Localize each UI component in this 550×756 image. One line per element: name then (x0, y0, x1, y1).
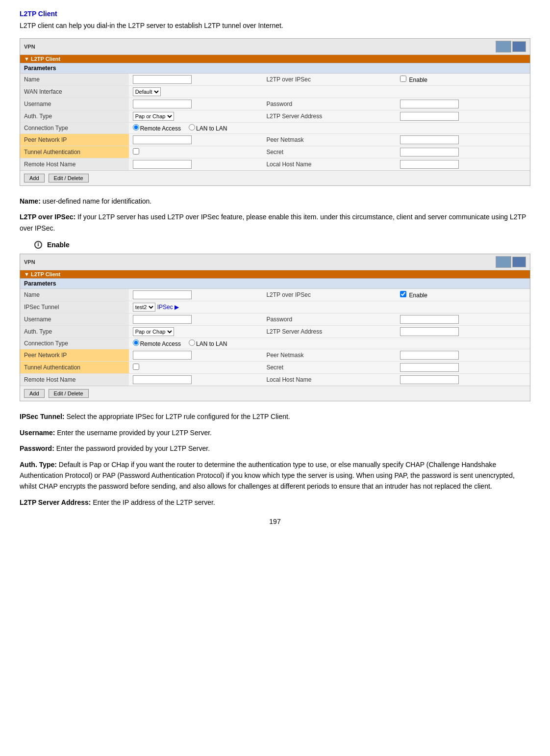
edit-delete-button-1[interactable]: Edit / Delete (49, 174, 89, 182)
l2tp-server-desc: L2TP Server Address: Enter the IP addres… (20, 497, 530, 508)
remote-access-radio-2[interactable] (133, 339, 139, 346)
conn-type-radio-group: Remote Access LAN to LAN (133, 124, 259, 132)
l2tp-ipsec-cell-2: Enable (396, 289, 530, 301)
l2tp-server-cell (396, 110, 530, 123)
lan-to-lan-radio[interactable] (189, 124, 195, 130)
auth-type-desc: Auth. Type: Default is Pap or CHap if yo… (20, 459, 530, 492)
ipsec-tunnel-desc: IPSec Tunnel: Select the appropriate IPS… (20, 411, 530, 422)
tunnel-auth-checkbox-2[interactable] (133, 364, 139, 370)
enable-label-text: Enable (47, 241, 70, 249)
tunnel-auth-checkbox[interactable] (133, 148, 139, 155)
peer-netmask-label-2: Peer Netmask (262, 349, 396, 362)
auth-type-desc-text: Default is Pap or CHap if you want the r… (20, 461, 515, 491)
wan-select[interactable]: Default (133, 87, 161, 96)
table-row: Auth. Type Pap or Chap L2TP Server Addre… (20, 110, 530, 123)
remote-access-option-2[interactable]: Remote Access (133, 339, 181, 347)
table-row: IPSec Tunnel test2 IPSec ▶ (20, 301, 530, 313)
password-cell-2 (396, 313, 530, 326)
conn-type-radio-group-2: Remote Access LAN to LAN (133, 339, 259, 347)
username-label: Username (20, 98, 129, 110)
secret-input[interactable] (400, 148, 459, 156)
auth-type-select[interactable]: Pap or Chap (133, 112, 174, 121)
remote-access-option[interactable]: Remote Access (133, 124, 181, 132)
password-desc-label: Password: (20, 444, 54, 452)
btn-row-2: Add Edit / Delete (20, 386, 530, 401)
peer-netmask-input[interactable] (400, 135, 459, 144)
name-input[interactable] (133, 75, 192, 84)
name-desc: Name: user-defined name for identificati… (20, 196, 530, 207)
password-label: Password (262, 98, 396, 110)
peer-network-label-2: Peer Network IP (20, 349, 129, 362)
table-row: WAN Interface Default (20, 86, 530, 98)
table-row: Connection Type Remote Access LAN to LAN (20, 123, 530, 134)
form-table-1: Name L2TP over IPSec Enable WAN Interfac… (20, 74, 530, 170)
monitor-icon (496, 41, 511, 52)
secret-input-2[interactable] (400, 363, 459, 372)
name-label-2: Name (20, 289, 129, 301)
peer-netmask-input-2[interactable] (400, 351, 459, 360)
vpn-header-2: VPN (20, 254, 530, 270)
peer-network-input-2[interactable] (133, 351, 192, 360)
ipsec-tunnel-desc-label: IPSec Tunnel: (20, 413, 65, 420)
password-input-2[interactable] (400, 315, 459, 324)
wan-input-cell: Default (129, 86, 263, 98)
vpn-header-icons-2 (496, 256, 526, 268)
add-button-2[interactable]: Add (24, 389, 45, 398)
name-input-2[interactable] (133, 290, 192, 299)
section-bar-1: ▼ L2TP Client (20, 55, 530, 63)
intro-text: L2TP client can help you dial-in the L2T… (20, 22, 530, 29)
peer-netmask-cell-2 (396, 349, 530, 362)
password-input-cell (396, 98, 530, 110)
empty-label-3 (262, 301, 396, 313)
password-input[interactable] (400, 100, 459, 108)
table-row: Name L2TP over IPSec Enable (20, 289, 530, 301)
remote-host-input[interactable] (133, 160, 192, 169)
l2tp-ipsec-label-2: L2TP over IPSec (262, 289, 396, 301)
table-row: Tunnel Authentication Secret (20, 362, 530, 374)
auth-type-cell-2: Pap or Chap (129, 326, 263, 338)
l2tp-ipsec-checkbox-2[interactable] (400, 291, 406, 297)
table-row: Tunnel Authentication Secret (20, 146, 530, 158)
username-input-2[interactable] (133, 315, 192, 324)
info-icon: i (34, 241, 42, 249)
l2tp-server-input[interactable] (400, 112, 459, 121)
table-row: Auth. Type Pap or Chap L2TP Server Addre… (20, 326, 530, 338)
username-input[interactable] (133, 100, 192, 108)
remote-access-radio[interactable] (133, 124, 139, 130)
name-desc-text: user-defined name for identification. (43, 197, 152, 205)
empty-cell2 (396, 123, 530, 134)
remote-host-label: Remote Host Name (20, 158, 129, 171)
l2tp-ipsec-checkbox[interactable] (400, 76, 406, 82)
remote-host-input-2[interactable] (133, 375, 192, 384)
add-button-1[interactable]: Add (24, 174, 45, 182)
conn-type-cell-2: Remote Access LAN to LAN (129, 338, 263, 349)
empty-cell (396, 86, 530, 98)
ipsec-tunnel-select[interactable]: test2 (133, 303, 155, 312)
table-row: Username Password (20, 313, 530, 326)
enable-section: i Enable (34, 240, 530, 249)
local-host-cell (396, 158, 530, 171)
btn-row-1: Add Edit / Delete (20, 170, 530, 185)
lan-to-lan-option[interactable]: LAN to LAN (189, 124, 227, 132)
table-row: Remote Host Name Local Host Name (20, 158, 530, 171)
enable-label-2: Enable (409, 292, 427, 299)
lan-to-lan-option-2[interactable]: LAN to LAN (189, 339, 227, 347)
table-row: Connection Type Remote Access LAN to LAN (20, 338, 530, 349)
remote-host-cell (129, 158, 263, 171)
name-desc-label: Name: (20, 197, 41, 205)
empty-label-4 (262, 338, 396, 349)
l2tp-server-input-2[interactable] (400, 327, 459, 336)
auth-type-cell: Pap or Chap (129, 110, 263, 123)
table-row: Username Password (20, 98, 530, 110)
tunnel-auth-cell-2 (129, 362, 263, 374)
peer-network-input[interactable] (133, 135, 192, 144)
edit-delete-button-2[interactable]: Edit / Delete (49, 389, 89, 398)
ipsec-link[interactable]: IPSec ▶ (157, 304, 179, 311)
local-host-input-2[interactable] (400, 375, 459, 384)
username-input-cell (129, 98, 263, 110)
auth-type-select-2[interactable]: Pap or Chap (133, 327, 174, 336)
lan-to-lan-radio-2[interactable] (189, 339, 195, 346)
local-host-input[interactable] (400, 160, 459, 169)
ipsec-tunnel-controls: test2 IPSec ▶ (133, 303, 179, 312)
secret-cell (396, 146, 530, 158)
